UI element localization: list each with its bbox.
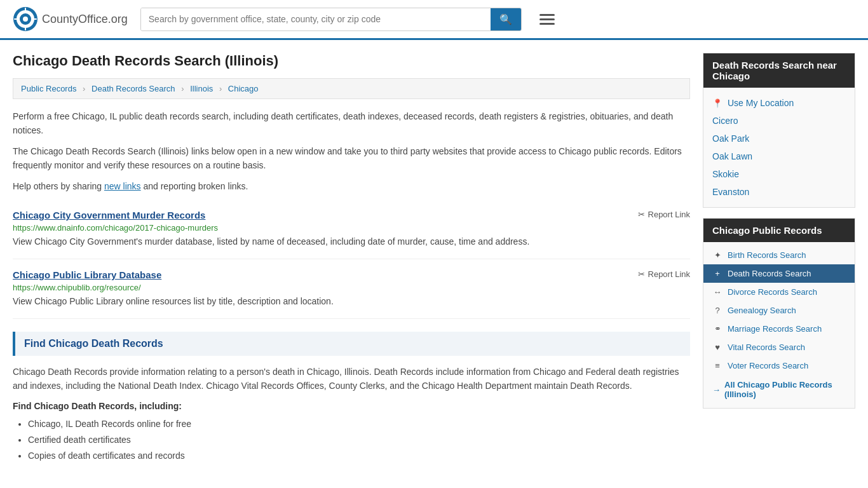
sidebar-record-vital[interactable]: ♥ Vital Records Search (703, 338, 855, 356)
voter-icon: ≡ (712, 361, 722, 370)
site-header: CountyOffice.org 🔍 (0, 0, 868, 40)
record-entry-header-1: Chicago Public Library Database ✂ Report… (13, 269, 690, 280)
description-1: Perform a free Chicago, IL public death … (13, 109, 690, 138)
nearby-oak-park-link[interactable]: Oak Park (712, 133, 749, 144)
nearby-cicero-link[interactable]: Cicero (712, 116, 738, 126)
hamburger-line (539, 14, 555, 16)
sidebar-record-voter[interactable]: ≡ Voter Records Search (703, 356, 855, 375)
sidebar-record-birth[interactable]: ✦ Birth Records Search (703, 246, 855, 264)
record-url-1: https://www.chipublib.org/resource/ (13, 283, 690, 292)
logo-link[interactable]: CountyOffice.org (13, 6, 128, 32)
genealogy-icon: ? (712, 306, 722, 315)
sidebar-nearby-title: Death Records Search near Chicago (703, 53, 855, 88)
search-icon: 🔍 (499, 14, 512, 25)
sidebar-public-records-title: Chicago Public Records (703, 219, 855, 242)
list-item-2: Copies of death certificates and records (28, 448, 690, 464)
report-icon-0: ✂ (638, 210, 645, 219)
sidebar-public-records-section: Chicago Public Records ✦ Birth Records S… (703, 218, 855, 409)
voter-records-link[interactable]: Voter Records Search (728, 361, 808, 370)
record-title-1[interactable]: Chicago Public Library Database (13, 269, 161, 280)
record-entry-0: Chicago City Government Murder Records ✂… (13, 200, 690, 259)
record-description-0: View Chicago City Government's murder da… (13, 235, 690, 248)
record-description-1: View Chicago Public Library online resou… (13, 295, 690, 308)
svg-rect-4 (25, 8, 26, 12)
sidebar-record-genealogy[interactable]: ? Genealogy Search (703, 301, 855, 320)
all-records-link[interactable]: → All Chicago Public Records (Illinois) (703, 375, 855, 404)
birth-records-link[interactable]: Birth Records Search (728, 250, 806, 260)
all-records-label: All Chicago Public Records (Illinois) (724, 380, 846, 399)
sidebar-nearby-list: 📍 Use My Location Cicero Oak Park Oak La… (703, 88, 855, 207)
content-area: Chicago Death Records Search (Illinois) … (13, 53, 690, 464)
description-3: Help others by sharing new links and rep… (13, 179, 690, 193)
list-item-0: Chicago, IL Death Records online for fre… (28, 416, 690, 432)
description-3-post: and reporting broken links. (141, 181, 248, 191)
list-item-1: Certified death certificates (28, 432, 690, 448)
sidebar-record-marriage[interactable]: ⚭ Marriage Records Search (703, 320, 855, 338)
nearby-oak-lawn-link[interactable]: Oak Lawn (712, 151, 752, 161)
nearby-skokie-link[interactable]: Skokie (712, 169, 739, 179)
hamburger-line (539, 18, 555, 20)
marriage-icon: ⚭ (712, 324, 722, 334)
logo-text: CountyOffice.org (42, 13, 128, 26)
death-icon: + (712, 269, 722, 278)
report-link-button-1[interactable]: ✂ Report Link (638, 269, 690, 279)
sidebar-record-divorce[interactable]: ↔ Divorce Records Search (703, 283, 855, 301)
death-records-link[interactable]: Death Records Search (728, 269, 811, 278)
page-title: Chicago Death Records Search (Illinois) (13, 53, 690, 69)
breadcrumb: Public Records › Death Records Search › … (13, 78, 690, 99)
breadcrumb-sep: › (181, 84, 184, 93)
divorce-records-link[interactable]: Divorce Records Search (728, 287, 817, 297)
breadcrumb-public-records[interactable]: Public Records (21, 84, 76, 93)
record-title-0[interactable]: Chicago City Government Murder Records (13, 210, 205, 220)
main-container: Chicago Death Records Search (Illinois) … (0, 40, 868, 477)
find-section-list: Chicago, IL Death Records online for fre… (28, 416, 690, 464)
use-location-link[interactable]: Use My Location (728, 98, 794, 108)
svg-rect-7 (32, 18, 37, 20)
record-entry-header-0: Chicago City Government Murder Records ✂… (13, 210, 690, 220)
find-section-header: Find Chicago Death Records (13, 332, 690, 356)
breadcrumb-death-records[interactable]: Death Records Search (92, 84, 175, 93)
sidebar-records-list: ✦ Birth Records Search + Death Records S… (703, 242, 855, 408)
logo-icon (13, 6, 38, 32)
search-button[interactable]: 🔍 (491, 8, 521, 30)
sidebar-nearby-cicero[interactable]: Cicero (703, 112, 855, 130)
genealogy-search-link[interactable]: Genealogy Search (728, 306, 796, 315)
report-icon-1: ✂ (638, 269, 645, 279)
hamburger-menu-button[interactable] (534, 11, 560, 27)
svg-rect-5 (25, 26, 26, 30)
record-entry-1: Chicago Public Library Database ✂ Report… (13, 259, 690, 319)
location-pin-icon: 📍 (712, 98, 722, 108)
svg-point-3 (23, 17, 28, 22)
birth-icon: ✦ (712, 250, 722, 260)
report-link-button-0[interactable]: ✂ Report Link (638, 210, 690, 219)
vital-records-link[interactable]: Vital Records Search (728, 342, 805, 352)
sidebar-nearby-oak-lawn[interactable]: Oak Lawn (703, 147, 855, 165)
vital-icon: ♥ (712, 342, 722, 352)
sidebar-nearby-skokie[interactable]: Skokie (703, 165, 855, 183)
breadcrumb-sep: › (219, 84, 222, 93)
sidebar-nearby-section: Death Records Search near Chicago 📍 Use … (703, 53, 855, 208)
all-records-icon: → (712, 385, 721, 395)
svg-rect-6 (14, 18, 18, 20)
description-2: The Chicago Death Records Search (Illino… (13, 144, 690, 173)
find-section-sub-header: Find Chicago Death Records, including: (13, 401, 690, 411)
marriage-records-link[interactable]: Marriage Records Search (728, 324, 822, 334)
sidebar-use-location[interactable]: 📍 Use My Location (703, 94, 855, 112)
sidebar-nearby-oak-park[interactable]: Oak Park (703, 130, 855, 147)
breadcrumb-chicago[interactable]: Chicago (228, 84, 259, 93)
find-section-text: Chicago Death Records provide informatio… (13, 365, 690, 393)
search-bar: 🔍 (140, 8, 522, 31)
description-3-pre: Help others by sharing (13, 181, 104, 191)
hamburger-line (539, 23, 555, 25)
sidebar-nearby-evanston[interactable]: Evanston (703, 183, 855, 201)
nearby-evanston-link[interactable]: Evanston (712, 187, 749, 197)
breadcrumb-sep: › (83, 84, 85, 93)
new-links-link[interactable]: new links (104, 181, 141, 191)
search-input[interactable] (141, 8, 491, 30)
sidebar: Death Records Search near Chicago 📍 Use … (703, 53, 855, 464)
breadcrumb-illinois[interactable]: Illinois (190, 84, 213, 93)
record-url-0: https://www.dnainfo.com/chicago/2017-chi… (13, 223, 690, 233)
divorce-icon: ↔ (712, 287, 722, 297)
sidebar-record-death[interactable]: + Death Records Search (703, 264, 855, 283)
